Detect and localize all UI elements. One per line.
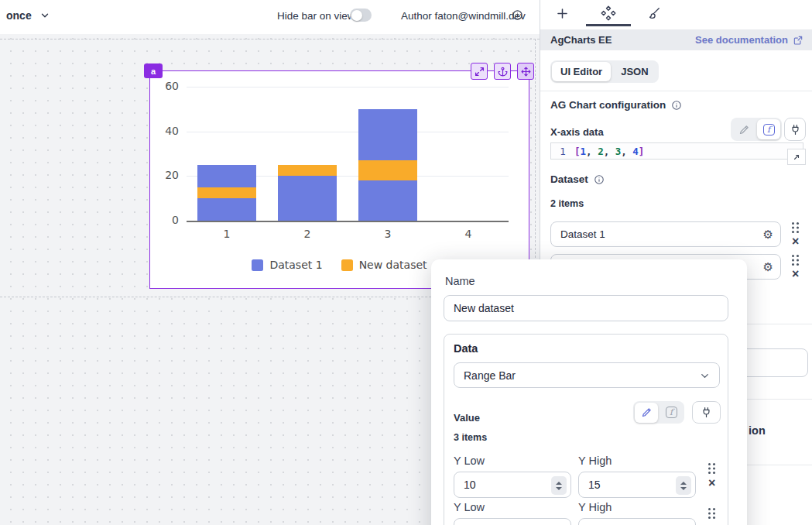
diagonal-expand-icon — [792, 153, 801, 162]
dataset-name-value: New dataset — [454, 302, 514, 314]
connect-input-button[interactable] — [784, 118, 806, 141]
xaxis-code-editor[interactable]: 1 [1, 2, 3, 4] — [550, 142, 803, 160]
code-token: [ — [574, 146, 581, 157]
y-low-label: Y Low — [454, 501, 485, 513]
gridline — [187, 132, 509, 132]
see-documentation-link[interactable]: See documentation — [695, 34, 803, 46]
schedule-dropdown[interactable]: once — [6, 9, 50, 22]
component-header: AgCharts EE See documentation — [540, 29, 812, 50]
gear-icon[interactable]: ⚙ — [763, 228, 773, 240]
styling-tab[interactable] — [638, 4, 669, 22]
component-type-title: AgCharts EE — [550, 34, 612, 46]
bar-range — [197, 187, 256, 198]
drag-handle[interactable] — [792, 254, 800, 266]
app-root: once Hide bar on view Author faton@windm… — [0, 0, 812, 525]
tab-json[interactable]: JSON — [612, 62, 656, 81]
static-mode-button[interactable] — [635, 403, 658, 423]
tab-ui-editor[interactable]: UI Editor — [552, 62, 611, 81]
number-stepper[interactable] — [676, 476, 691, 495]
drag-handle[interactable] — [708, 462, 716, 474]
y-high-label: Y High — [578, 455, 612, 467]
drag-handle[interactable] — [708, 507, 716, 519]
expression-mode-button[interactable]: f — [757, 119, 780, 139]
remove-dataset-button[interactable]: × — [792, 235, 799, 248]
bar-range — [278, 165, 337, 176]
code-content: [1, 2, 3, 4] — [574, 146, 644, 157]
schedule-label: once — [6, 9, 32, 22]
code-token: 1 — [581, 146, 587, 157]
gear-icon[interactable]: ⚙ — [763, 261, 773, 273]
x-category-label: 4 — [451, 228, 485, 240]
dataset-type-value: Range Bar — [464, 369, 516, 382]
xaxis-input-mode-switcher: f — [731, 118, 782, 141]
stepper-up-icon[interactable] — [556, 482, 562, 485]
info-icon — [594, 174, 605, 185]
clipped-section-label: ion — [749, 424, 766, 437]
chevron-down-icon — [39, 10, 50, 21]
expression-mode-button[interactable]: f — [660, 403, 683, 423]
number-stepper[interactable] — [551, 476, 567, 495]
stepper-down-icon[interactable] — [556, 487, 562, 490]
agcharts-component[interactable]: a 02040601234Dataset 1New dataset — [149, 70, 529, 289]
code-token: , — [621, 146, 632, 157]
y-tick-label: 40 — [154, 125, 179, 137]
legend-item[interactable]: Dataset 1 — [252, 259, 322, 271]
data-section-title: Data — [454, 342, 478, 355]
drag-handle[interactable] — [792, 221, 800, 233]
dataset-name-input[interactable]: New dataset — [444, 295, 728, 321]
info-icon — [512, 9, 523, 21]
connect-input-button[interactable] — [692, 401, 721, 424]
pencil-icon — [738, 124, 750, 136]
bar-dataset1 — [278, 176, 337, 221]
x-category-label: 3 — [371, 228, 405, 240]
dataset-editor-modal: Name New dataset Data Range Bar Value f … — [431, 259, 747, 525]
pencil-icon — [641, 407, 653, 418]
canvas-col-divider — [535, 39, 536, 297]
function-icon: f — [666, 407, 677, 418]
y-low-value: 10 — [464, 479, 476, 491]
stepper-up-icon[interactable] — [680, 482, 687, 485]
author-label: Author faton@windmill.dev — [401, 10, 526, 22]
value-count: 3 items — [454, 432, 487, 443]
panel-tab-bar — [540, 0, 812, 28]
insert-component-tab[interactable] — [546, 4, 577, 22]
hide-bar-label: Hide bar on view — [277, 10, 355, 22]
y-low-input[interactable] — [454, 518, 571, 525]
agcharts-canvas: 02040601234Dataset 1New dataset — [150, 71, 529, 288]
function-icon: f — [763, 124, 775, 136]
dataset-section-title: Dataset — [550, 173, 605, 185]
static-mode-button[interactable] — [732, 119, 755, 139]
component-settings-tab[interactable] — [593, 4, 624, 22]
config-title-label: AG Chart configuration — [550, 99, 666, 111]
canvas-row-divider — [0, 39, 540, 39]
legend-label: New dataset — [359, 259, 427, 271]
gridline — [187, 87, 509, 88]
y-high-input[interactable] — [578, 518, 696, 525]
dataset-1-name-input[interactable]: Dataset 1 ⚙ — [550, 221, 781, 247]
config-section-title: AG Chart configuration — [550, 99, 682, 111]
y-tick-label: 60 — [154, 80, 179, 92]
dataset-title-label: Dataset — [550, 173, 588, 185]
legend-item[interactable]: New dataset — [341, 259, 427, 271]
code-token: ] — [639, 146, 645, 157]
divider — [540, 91, 812, 91]
y-tick-label: 0 — [154, 214, 179, 226]
stepper-down-icon[interactable] — [680, 487, 687, 490]
toggle-knob — [351, 10, 362, 21]
code-token: , — [586, 146, 598, 157]
code-token: , — [604, 146, 615, 157]
y-high-label: Y High — [578, 501, 612, 513]
plug-icon — [701, 407, 712, 418]
remove-value-row-button[interactable]: × — [708, 477, 715, 489]
remove-dataset-button[interactable]: × — [792, 268, 799, 280]
expand-editor-button[interactable] — [787, 149, 806, 165]
line-number: 1 — [551, 146, 574, 157]
y-low-label: Y Low — [454, 455, 485, 467]
plug-icon — [790, 124, 801, 136]
legend-marker — [252, 259, 263, 271]
y-low-input[interactable]: 10 — [454, 472, 571, 498]
external-link-icon — [793, 35, 803, 46]
y-high-input[interactable]: 15 — [578, 472, 696, 498]
dataset-type-select[interactable]: Range Bar — [454, 362, 720, 388]
hide-bar-toggle[interactable] — [350, 9, 372, 22]
